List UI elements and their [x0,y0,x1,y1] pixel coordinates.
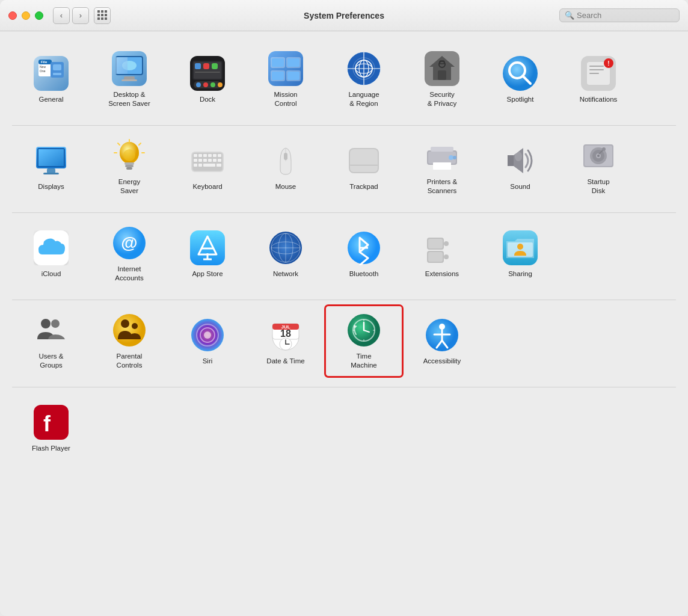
section-other: f Flash Player [12,392,676,474]
minimize-button[interactable] [22,11,30,20]
general-icon: File New One [33,55,69,91]
svg-text:New: New [40,65,46,69]
window-title: System Preferences [304,11,384,20]
svg-rect-50 [438,70,446,80]
pref-dock[interactable]: Dock [168,43,247,116]
pref-startup-disk[interactable]: StartupDisk [559,131,637,203]
internet-items-grid: iCloud @ InternetAccounts [12,218,676,290]
show-all-button[interactable] [94,7,111,24]
svg-rect-138 [428,239,443,248]
bluetooth-label: Bluetooth [349,270,379,279]
pref-energy-saver[interactable]: EnergySaver [90,131,168,203]
pref-mission-control[interactable]: MissionControl [247,43,325,116]
svg-point-142 [517,244,523,250]
spotlight-icon [502,55,538,91]
mouse-icon [268,143,304,179]
section-hardware: Displays [12,131,676,213]
pref-notifications[interactable]: ! Notifications [559,43,637,116]
startup-disk-label: StartupDisk [587,177,609,196]
pref-mouse[interactable]: Mouse [247,131,325,203]
flash-player-label: Flash Player [32,444,70,453]
svg-rect-69 [43,173,59,174]
search-input[interactable] [577,11,673,20]
close-button[interactable] [8,11,17,20]
app-store-icon [189,230,226,266]
svg-rect-90 [198,159,202,162]
svg-rect-7 [53,64,61,70]
bluetooth-icon [346,230,382,266]
titlebar: ‹ › System Preferences 🔍 [0,0,688,31]
pref-keyboard[interactable]: Keyboard [168,131,247,203]
accessibility-label: Accessibility [423,357,461,366]
pref-spotlight[interactable]: Spotlight [481,43,559,116]
pref-desktop-screensaver[interactable]: Desktop &Screen Saver [90,43,168,116]
keyboard-label: Keyboard [192,182,222,191]
extensions-label: Extensions [425,270,459,279]
svg-rect-8 [53,73,61,75]
pref-sharing[interactable]: Sharing [481,218,559,290]
svg-text:f: f [43,411,51,436]
svg-rect-96 [198,164,202,167]
svg-text:File: File [41,60,48,64]
pref-icloud[interactable]: iCloud [12,218,90,290]
language-region-icon [346,51,382,87]
dock-label: Dock [200,95,215,104]
svg-rect-74 [125,165,134,167]
pref-trackpad[interactable]: Trackpad [325,131,403,203]
flash-player-icon: f [33,404,69,440]
svg-rect-83 [194,154,197,157]
displays-label: Displays [38,182,64,191]
svg-rect-86 [208,154,212,157]
pref-bluetooth[interactable]: Bluetooth [325,218,403,290]
pref-users-groups[interactable]: Users &Groups [12,305,90,377]
svg-point-54 [503,56,538,91]
pref-printers-scanners[interactable]: Printers &Scanners [403,131,481,203]
svg-rect-92 [208,159,212,162]
svg-rect-60 [589,69,604,70]
hardware-items-grid: Displays [12,131,676,203]
pref-parental-controls[interactable]: ParentalControls [90,305,168,377]
sharing-label: Sharing [508,270,532,279]
svg-rect-59 [589,66,604,67]
pref-app-store[interactable]: App Store [168,218,247,290]
svg-text:@: @ [121,233,137,252]
other-items-grid: f Flash Player [12,392,676,464]
pref-displays[interactable]: Displays [12,131,90,203]
desktop-ss-icon [111,51,147,87]
users-groups-label: Users &Groups [39,352,64,370]
pref-internet-accounts[interactable]: @ InternetAccounts [90,218,168,290]
back-button[interactable]: ‹ [53,7,70,24]
svg-point-72 [123,149,135,161]
svg-rect-98 [217,164,221,167]
svg-rect-106 [431,147,453,152]
pref-accessibility[interactable]: Accessibility [403,305,481,377]
siri-label: Siri [203,357,213,366]
svg-rect-89 [194,159,197,162]
pref-time-machine[interactable]: TimeMachine [325,305,403,377]
energy-saver-icon [111,138,147,174]
svg-rect-61 [589,73,599,74]
svg-point-52 [440,62,444,67]
svg-rect-22 [195,72,220,73]
search-bar[interactable]: 🔍 [559,8,680,22]
svg-rect-21 [212,63,218,69]
svg-rect-102 [350,149,378,172]
pref-flash-player[interactable]: f Flash Player [12,392,90,464]
time-machine-label: TimeMachine [351,352,376,370]
fullscreen-button[interactable] [35,11,43,20]
pref-security-privacy[interactable]: Security& Privacy [403,43,481,116]
svg-text:!: ! [607,60,609,67]
pref-extensions[interactable]: Extensions [403,218,481,290]
svg-point-151 [204,331,211,339]
pref-date-time[interactable]: JUL 18 Date & Time [247,305,325,377]
forward-button[interactable]: › [72,7,89,24]
pref-language-region[interactable]: Language& Region [325,43,403,116]
svg-rect-84 [198,154,202,157]
section-personal: File New One General [12,43,676,126]
pref-network[interactable]: Network [247,218,325,290]
pref-sound[interactable]: Sound [481,131,559,203]
preferences-content: File New One General [0,31,688,616]
pref-siri[interactable]: Siri [168,305,247,377]
pref-general[interactable]: File New One General [12,43,90,116]
trackpad-label: Trackpad [349,182,378,191]
